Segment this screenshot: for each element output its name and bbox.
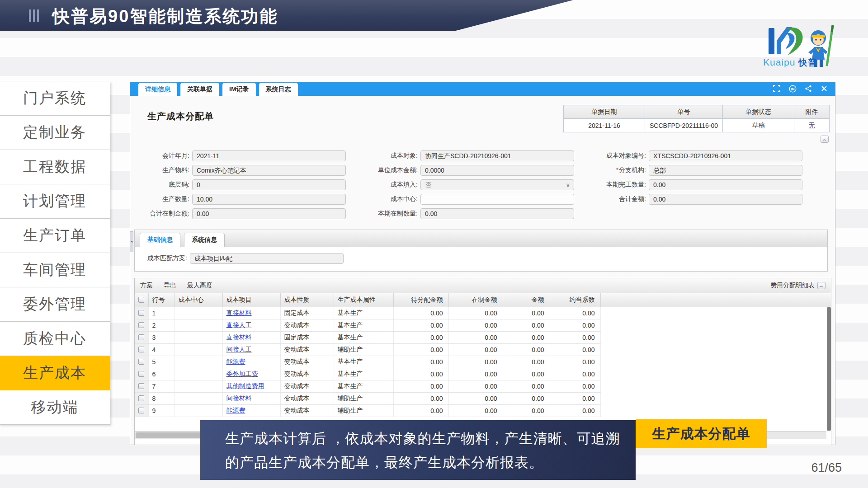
grid-cell bbox=[600, 307, 831, 319]
field-input[interactable]: 2021-11 bbox=[192, 150, 346, 161]
grid-cell: 0.00 bbox=[448, 404, 503, 417]
row-checkbox[interactable] bbox=[138, 395, 144, 401]
doc-header-col-4: 附件 bbox=[794, 105, 830, 119]
row-checkbox[interactable] bbox=[138, 359, 144, 365]
collapse-grid-button[interactable]: ︽ bbox=[817, 282, 826, 289]
cost-item-link[interactable]: 能源费 bbox=[226, 407, 245, 414]
grid-column-header-5[interactable]: 生产成本属性 bbox=[334, 293, 393, 307]
grid-column-header-6[interactable]: 待分配金额 bbox=[393, 293, 448, 307]
field-label: 成本对象: bbox=[363, 152, 420, 160]
grid-cell bbox=[175, 392, 222, 404]
window-tab-1[interactable]: 详细信息 bbox=[138, 83, 177, 96]
sidebar-item-5[interactable]: 生产订单 bbox=[0, 218, 110, 253]
field-input[interactable]: XTSCSCDD-20210926-001 bbox=[649, 150, 802, 161]
cost-item-link[interactable]: 其他制造费用 bbox=[226, 382, 264, 389]
grid-cell bbox=[600, 404, 831, 417]
sidebar-item-1[interactable]: 门户系统 bbox=[0, 81, 110, 116]
field-input[interactable]: 否∨ bbox=[420, 179, 574, 190]
caption-box: 生产成本计算后 ，依成本对象的生产物料，产生清晰、可追溯 的产品生产成本分配单，… bbox=[200, 420, 636, 480]
form-row: 底层码:0 bbox=[134, 178, 349, 192]
grid-column-header-4[interactable]: 成本性质 bbox=[280, 293, 334, 307]
row-checkbox[interactable] bbox=[138, 383, 144, 389]
row-checkbox[interactable] bbox=[138, 371, 144, 377]
close-icon[interactable] bbox=[820, 84, 828, 93]
grid-cell bbox=[175, 356, 222, 368]
sidebar-item-4[interactable]: 计划管理 bbox=[0, 184, 110, 219]
field-label: 成本对象编号: bbox=[591, 152, 649, 160]
cost-item-link[interactable]: 直接材料 bbox=[226, 309, 252, 316]
field-input[interactable]: 0 bbox=[192, 179, 346, 190]
cost-item-link[interactable]: 委外加工费 bbox=[226, 370, 258, 377]
field-label: 本期完工数量: bbox=[591, 181, 649, 189]
grid-cell: 9 bbox=[148, 404, 175, 417]
expand-icon[interactable] bbox=[773, 84, 781, 93]
form-row: 生产数量:10.00 bbox=[134, 192, 349, 206]
field-input[interactable]: Comix齐心笔记本 bbox=[192, 165, 346, 176]
collapse-header-button[interactable]: ︽ bbox=[821, 136, 829, 143]
subtab-1[interactable]: 基础信息 bbox=[140, 233, 180, 247]
form-row: 成本中心: bbox=[363, 192, 577, 206]
field-input[interactable]: 总部 bbox=[649, 165, 802, 176]
row-checkbox[interactable] bbox=[138, 347, 144, 352]
row-checkbox[interactable] bbox=[138, 408, 144, 413]
form-column-2: 成本对象:协同生产SCDD-20210926-001单位成本金额:0.0000成… bbox=[363, 149, 577, 221]
window-tab-2[interactable]: 关联单据 bbox=[180, 83, 219, 96]
sidebar-item-2[interactable]: 定制业务 bbox=[0, 115, 110, 150]
cost-match-input[interactable]: 成本项目匹配 bbox=[190, 253, 344, 264]
table-row: 9能源费变动成本辅助生产0.000.000.000.00 bbox=[135, 404, 831, 417]
field-input[interactable]: 0.00 bbox=[192, 208, 346, 219]
grid-column-header-3[interactable]: 成本项目 bbox=[222, 293, 280, 307]
grid-column-header-1[interactable]: 行号 bbox=[148, 293, 175, 307]
sidebar-item-10[interactable]: 移动端 bbox=[0, 390, 110, 425]
vertical-scrollbar[interactable] bbox=[827, 307, 831, 431]
grid-cell: 0.00 bbox=[550, 368, 600, 380]
cost-item-link[interactable]: 直接材料 bbox=[226, 333, 252, 341]
cost-item-link[interactable]: 间接材料 bbox=[226, 394, 252, 402]
panel-collapse-handle[interactable]: ◂ bbox=[130, 231, 133, 252]
field-input[interactable]: 10.00 bbox=[192, 194, 346, 205]
grid-toolbar-button-2[interactable]: 导出 bbox=[164, 282, 176, 289]
grid-cell: 0.00 bbox=[393, 392, 448, 404]
grid-toolbar-button-1[interactable]: 方案 bbox=[140, 282, 153, 289]
grid-cell: 0.00 bbox=[393, 380, 448, 392]
attachment-link[interactable]: 无 bbox=[809, 122, 815, 129]
grid-cell bbox=[175, 331, 222, 343]
field-input[interactable]: 0.00 bbox=[649, 194, 802, 205]
grid-cell bbox=[600, 368, 831, 380]
kuaipu-logo: Kuaipu 快普 bbox=[760, 24, 842, 72]
grid-column-header-2[interactable]: 成本中心 bbox=[175, 293, 222, 307]
chevron-down-icon: ∨ bbox=[566, 180, 570, 190]
sidebar-item-3[interactable]: 工程数据 bbox=[0, 150, 110, 184]
row-checkbox[interactable] bbox=[138, 334, 144, 340]
row-checkbox[interactable] bbox=[138, 322, 144, 328]
sidebar-item-9[interactable]: 生产成本 bbox=[0, 356, 110, 390]
window-tab-4[interactable]: 系统日志 bbox=[259, 83, 298, 96]
grid-cell: 变动成本 bbox=[280, 404, 334, 417]
grid-column-header-8[interactable]: 金额 bbox=[503, 293, 550, 307]
field-input[interactable]: 0.00 bbox=[420, 208, 574, 219]
row-checkbox[interactable] bbox=[138, 310, 144, 316]
grid-column-header-7[interactable]: 在制金额 bbox=[448, 293, 503, 307]
grid-column-header-9[interactable]: 约当系数 bbox=[550, 293, 600, 307]
window-tab-3[interactable]: IM记录 bbox=[222, 83, 256, 96]
field-input[interactable]: 0.0000 bbox=[420, 165, 574, 176]
cost-item-link[interactable]: 能源费 bbox=[226, 358, 245, 365]
share-icon[interactable] bbox=[804, 84, 812, 93]
field-input[interactable]: 协同生产SCDD-20210926-001 bbox=[420, 150, 574, 161]
subtab-2[interactable]: 系统信息 bbox=[184, 233, 225, 247]
grid-cell: 基本生产 bbox=[334, 380, 393, 392]
sidebar-item-6[interactable]: 车间管理 bbox=[0, 253, 110, 287]
field-input[interactable] bbox=[420, 194, 574, 205]
cost-item-link[interactable]: 直接人工 bbox=[226, 321, 252, 328]
document-header-table: 单据日期单号单据状态附件 2021-11-16SCCBFPD-20211116-… bbox=[563, 105, 830, 132]
sidebar-item-7[interactable]: 委外管理 bbox=[0, 287, 110, 322]
im-icon[interactable]: IM bbox=[788, 84, 797, 93]
grid-toolbar-button-3[interactable]: 最大高度 bbox=[187, 282, 212, 289]
field-input[interactable]: 0.00 bbox=[649, 179, 802, 190]
form-row: 生产物料:Comix齐心笔记本 bbox=[134, 163, 349, 178]
doc-header-value-4[interactable]: 无 bbox=[794, 119, 830, 132]
cost-item-link[interactable]: 间接人工 bbox=[226, 346, 252, 353]
select-all-checkbox[interactable] bbox=[138, 297, 144, 303]
doc-header-col-2: 单号 bbox=[645, 105, 723, 119]
sidebar-item-8[interactable]: 质检中心 bbox=[0, 321, 110, 356]
